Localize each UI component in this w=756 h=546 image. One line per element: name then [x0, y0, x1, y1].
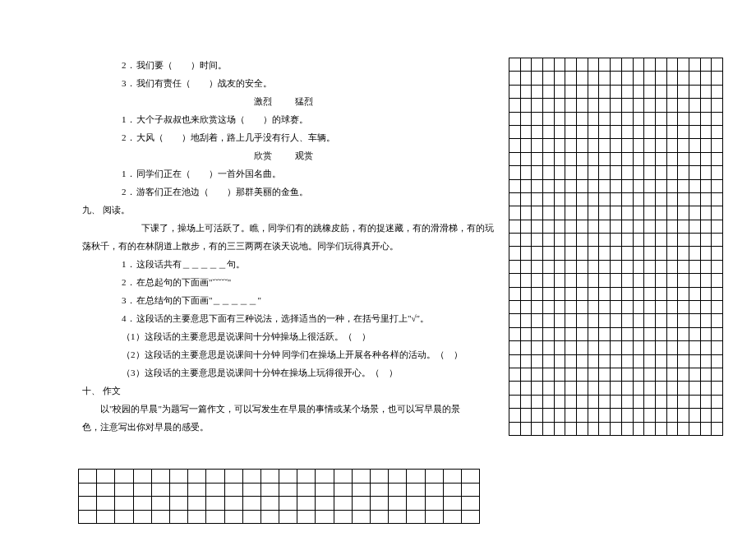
grid-cell	[655, 327, 666, 340]
grid-cell	[712, 422, 723, 435]
word1: 欣赏	[254, 146, 272, 164]
grid-cell	[599, 327, 611, 340]
item-num: 2．	[122, 273, 136, 291]
grid-cell	[666, 314, 678, 327]
q-item: 2．我们要（ ）时间。	[82, 56, 485, 74]
grid-cell	[644, 166, 656, 179]
grid-cell	[655, 85, 666, 98]
grid-cell	[224, 470, 242, 484]
grid-cell	[666, 139, 678, 152]
grid-cell	[532, 274, 543, 287]
grid-cell	[666, 301, 678, 314]
grid-cell	[700, 274, 712, 287]
grid-cell	[678, 139, 689, 152]
grid-cell	[532, 58, 543, 72]
grid-cell	[577, 287, 588, 300]
grid-cell	[689, 139, 700, 152]
grid-cell	[655, 112, 666, 125]
grid-cell	[565, 179, 577, 192]
grid-cell	[352, 470, 370, 484]
passage-line: 下课了，操场上可活跃了。瞧，同学们有的跳橡皮筋，有的捉迷藏，有的滑滑梯，有的玩	[82, 219, 485, 237]
grid-cell	[565, 327, 577, 340]
grid-cell	[577, 72, 588, 85]
grid-cell	[712, 301, 723, 314]
grid-cell	[655, 152, 666, 165]
grid-cell	[115, 483, 133, 497]
grid-cell	[577, 354, 588, 368]
grid-cell	[577, 125, 588, 138]
grid-cell	[621, 341, 633, 354]
grid-cell	[520, 301, 532, 314]
grid-cell	[554, 409, 565, 422]
grid-cell	[169, 483, 187, 497]
grid-cell	[678, 395, 689, 408]
grid-cell	[532, 99, 543, 112]
grid-cell	[543, 179, 555, 192]
grid-cell	[543, 206, 555, 220]
grid-cell	[588, 422, 599, 435]
grid-cell	[443, 483, 461, 497]
grid-cell	[543, 287, 555, 300]
grid-cell	[577, 247, 588, 260]
grid-cell	[532, 179, 543, 192]
grid-cell	[621, 354, 633, 368]
grid-cell	[633, 206, 644, 220]
grid-cell	[554, 139, 565, 152]
grid-cell	[532, 422, 543, 435]
grid-cell	[678, 220, 689, 233]
grid-cell	[644, 125, 656, 138]
grid-cell	[565, 287, 577, 300]
grid-cell	[509, 422, 520, 435]
grid-cell	[712, 368, 723, 381]
grid-cell	[712, 274, 723, 287]
grid-cell	[700, 125, 712, 138]
grid-cell	[712, 234, 723, 247]
grid-cell	[588, 99, 599, 112]
grid-cell	[599, 247, 611, 260]
grid-cell	[509, 206, 520, 220]
grid-cell	[169, 470, 187, 484]
grid-cell	[554, 314, 565, 327]
grid-cell	[644, 327, 656, 340]
grid-cell	[565, 152, 577, 165]
grid-cell	[425, 497, 443, 511]
grid-cell	[520, 72, 532, 85]
grid-cell	[79, 483, 97, 497]
grid-cell	[689, 395, 700, 408]
grid-cell	[565, 192, 577, 206]
grid-cell	[543, 234, 555, 247]
grid-cell	[509, 152, 520, 165]
grid-cell	[554, 287, 565, 300]
grid-cell	[644, 314, 656, 327]
grid-cell	[97, 470, 115, 484]
grid-cell	[666, 247, 678, 260]
grid-cell	[588, 382, 599, 395]
grid-cell	[678, 179, 689, 192]
grid-cell	[689, 368, 700, 381]
writing-grid-small	[78, 469, 480, 524]
grid-cell	[543, 58, 555, 72]
grid-cell	[633, 327, 644, 340]
grid-cell	[543, 152, 555, 165]
grid-cell	[407, 483, 425, 497]
grid-cell	[655, 99, 666, 112]
grid-cell	[532, 220, 543, 233]
grid-cell	[588, 274, 599, 287]
grid-cell	[678, 234, 689, 247]
grid-cell	[509, 179, 520, 192]
word-pair: 激烈猛烈	[82, 92, 485, 110]
grid-cell	[611, 152, 622, 165]
grid-cell	[666, 382, 678, 395]
grid-cell	[611, 314, 622, 327]
grid-cell	[644, 341, 656, 354]
option-item: （1）这段话的主要意思是说课间十分钟操场上很活跃。（ ）	[82, 327, 485, 345]
grid-cell	[577, 58, 588, 72]
grid-cell	[599, 112, 611, 125]
q-item: 1．同学们正在（ ）一首外国名曲。	[82, 164, 485, 183]
grid-cell	[543, 125, 555, 138]
grid-cell	[577, 192, 588, 206]
grid-cell	[532, 382, 543, 395]
grid-cell	[599, 368, 611, 381]
grid-cell	[577, 139, 588, 152]
q-item: 2．大风（ ）地刮着，路上几乎没有行人、车辆。	[82, 128, 485, 146]
